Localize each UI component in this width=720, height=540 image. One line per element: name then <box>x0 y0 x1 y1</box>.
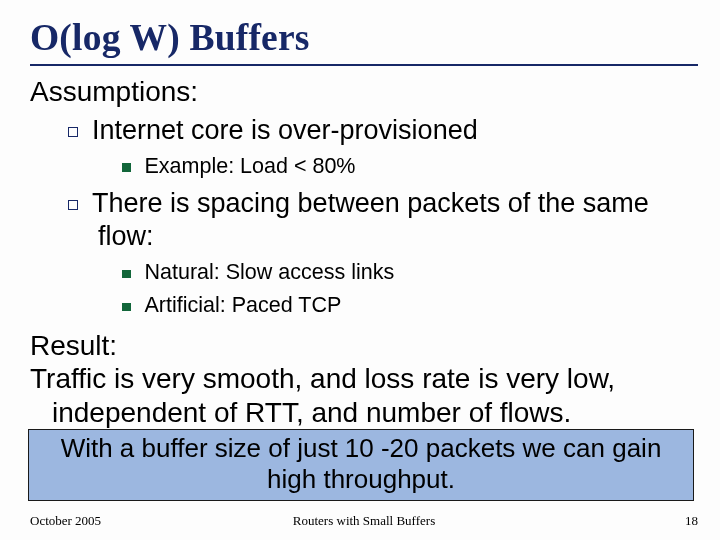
bullet-level1: Internet core is over-provisioned <box>30 114 698 148</box>
slide-title: O(log W) Buffers <box>30 14 698 66</box>
square-bullet-small-icon <box>122 270 131 279</box>
footer-title: Routers with Small Buffers <box>30 513 698 529</box>
heading-assumptions: Assumptions: <box>30 76 698 108</box>
bullet-text: There is spacing between packets of the … <box>92 188 649 252</box>
square-bullet-small-icon <box>122 303 131 312</box>
bullet-level2: Example: Load < 80% <box>30 153 698 181</box>
bullet-text: Natural: Slow access links <box>145 260 395 284</box>
square-bullet-icon <box>68 127 78 137</box>
slide-number: 18 <box>685 513 698 529</box>
bullet-level1: There is spacing between packets of the … <box>30 187 698 255</box>
bullet-text: Artificial: Paced TCP <box>145 293 342 317</box>
heading-result: Result: <box>30 330 698 362</box>
bullet-text: Internet core is over-provisioned <box>92 115 478 145</box>
slide: O(log W) Buffers Assumptions: Internet c… <box>0 0 720 540</box>
bullet-text: Example: Load < 80% <box>145 154 356 178</box>
bullet-level2: Artificial: Paced TCP <box>30 292 698 320</box>
result-text: Traffic is very smooth, and loss rate is… <box>30 362 698 430</box>
bullet-level2: Natural: Slow access links <box>30 259 698 287</box>
callout-box: With a buffer size of just 10 -20 packet… <box>28 429 694 501</box>
square-bullet-small-icon <box>122 163 131 172</box>
square-bullet-icon <box>68 200 78 210</box>
